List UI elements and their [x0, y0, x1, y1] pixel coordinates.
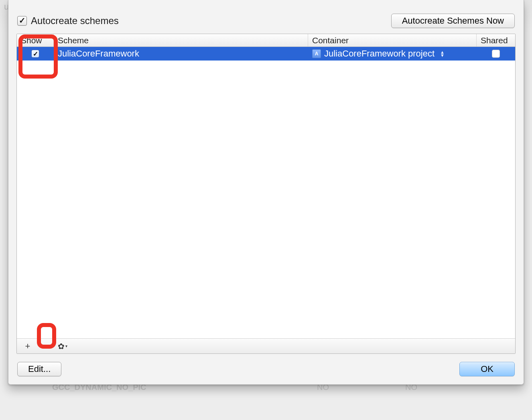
scheme-container-name: JuliaCoreFramework project	[324, 48, 435, 59]
add-scheme-button[interactable]: +	[22, 341, 33, 351]
plus-icon: +	[25, 341, 30, 351]
scheme-show-checkbox[interactable]	[31, 50, 39, 58]
manage-schemes-sheet: Autocreate schemes Autocreate Schemes No…	[8, 0, 524, 385]
schemes-table-footer: + − ✿ ▾	[17, 338, 515, 353]
project-icon: A	[312, 49, 321, 58]
minus-icon: −	[43, 341, 48, 351]
autocreate-schemes-now-button[interactable]: Autocreate Schemes Now	[391, 14, 515, 28]
schemes-table: Show Scheme Container Shared JuliaCoreFr…	[16, 34, 516, 354]
sheet-bottom-row: Edit... OK	[16, 354, 516, 376]
scheme-row-scheme-cell: JuliaCoreFramework	[54, 48, 308, 59]
scheme-row-shared-cell	[477, 50, 515, 58]
chevron-down-icon: ▾	[65, 344, 67, 348]
edit-button[interactable]: Edit...	[17, 362, 61, 376]
scheme-row-container-cell[interactable]: A JuliaCoreFramework project ▲▼	[308, 48, 477, 59]
scheme-shared-checkbox[interactable]	[492, 50, 500, 58]
autocreate-schemes-text: Autocreate schemes	[31, 15, 119, 26]
scheme-row-show-cell	[17, 50, 54, 58]
scheme-name: JuliaCoreFramework	[58, 48, 139, 59]
schemes-table-body: JuliaCoreFramework A JuliaCoreFramework …	[17, 47, 515, 338]
scheme-row[interactable]: JuliaCoreFramework A JuliaCoreFramework …	[17, 47, 515, 61]
column-header-scheme[interactable]: Scheme	[54, 34, 308, 46]
container-stepper-icon[interactable]: ▲▼	[440, 50, 445, 57]
gear-icon: ✿	[58, 341, 65, 351]
column-header-shared[interactable]: Shared	[477, 34, 515, 46]
scheme-actions-button[interactable]: ✿ ▾	[58, 341, 67, 351]
column-header-container[interactable]: Container	[308, 34, 477, 46]
autocreate-schemes-label[interactable]: Autocreate schemes	[17, 15, 119, 26]
column-header-show[interactable]: Show	[17, 34, 54, 46]
sheet-top-row: Autocreate schemes Autocreate Schemes No…	[16, 14, 516, 34]
autocreate-schemes-checkbox[interactable]	[17, 16, 27, 26]
schemes-table-header: Show Scheme Container Shared	[17, 34, 515, 47]
ok-button[interactable]: OK	[459, 362, 515, 376]
remove-scheme-button[interactable]: −	[40, 341, 51, 351]
